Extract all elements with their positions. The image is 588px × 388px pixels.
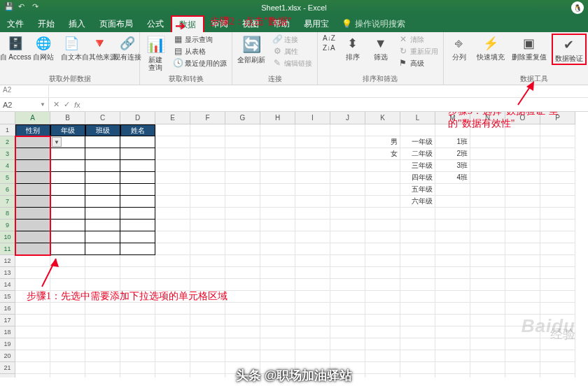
- cell-F12[interactable]: [190, 255, 225, 267]
- cell-E19[interactable]: [155, 338, 190, 350]
- table-cell[interactable]: [120, 220, 155, 231]
- cell-G8[interactable]: [225, 208, 260, 220]
- col-header-G[interactable]: G: [225, 112, 260, 124]
- cell-L5[interactable]: 四年级: [400, 172, 435, 184]
- cell-I6[interactable]: [295, 184, 330, 196]
- cell-F19[interactable]: [190, 338, 225, 350]
- cell-L7[interactable]: 六年级: [400, 196, 435, 208]
- cell-M15[interactable]: [435, 291, 470, 303]
- cell-C17[interactable]: [85, 315, 120, 326]
- cell-P12[interactable]: [540, 255, 575, 267]
- cell-L19[interactable]: [400, 338, 435, 350]
- cell-O2[interactable]: [505, 136, 540, 148]
- row-header-5[interactable]: 5: [0, 172, 15, 184]
- cell-M9[interactable]: [435, 220, 470, 231]
- table-cell[interactable]: [15, 160, 50, 172]
- row-header-10[interactable]: 10: [0, 231, 15, 243]
- cell-J17[interactable]: [330, 315, 365, 326]
- secondary-name-box[interactable]: A2: [0, 85, 49, 97]
- cell-K14[interactable]: [365, 279, 400, 291]
- cell-G2[interactable]: [225, 136, 260, 148]
- table-cell[interactable]: [85, 196, 120, 208]
- cell-P14[interactable]: [540, 279, 575, 291]
- tell-me-search[interactable]: 💡 操作说明搜索: [336, 15, 411, 32]
- cell-N2[interactable]: [470, 136, 505, 148]
- cell-L10[interactable]: [400, 231, 435, 243]
- cell-H7[interactable]: [260, 196, 295, 208]
- cell-G15[interactable]: [225, 291, 260, 303]
- cell-M16[interactable]: [435, 303, 470, 315]
- cell-B16[interactable]: [50, 303, 85, 315]
- cell-N20[interactable]: [470, 350, 505, 362]
- col-header-N[interactable]: N: [470, 112, 505, 124]
- cell-H10[interactable]: [260, 231, 295, 243]
- cell-K19[interactable]: [365, 338, 400, 350]
- cell-F3[interactable]: [190, 148, 225, 160]
- col-header-M[interactable]: M: [435, 112, 470, 124]
- cell-E16[interactable]: [155, 303, 190, 315]
- cell-M13[interactable]: [435, 267, 470, 279]
- cell-E20[interactable]: [155, 350, 190, 362]
- cell-N13[interactable]: [470, 267, 505, 279]
- cell-J15[interactable]: [330, 291, 365, 303]
- row-header-19[interactable]: 19: [0, 338, 15, 350]
- user-avatar[interactable]: 🐧: [571, 1, 584, 14]
- cell-I14[interactable]: [295, 279, 330, 291]
- table-cell[interactable]: [85, 243, 120, 255]
- cell-M12[interactable]: [435, 255, 470, 267]
- cell-O14[interactable]: [505, 279, 540, 291]
- cell-P13[interactable]: [540, 267, 575, 279]
- cell-P8[interactable]: [540, 208, 575, 220]
- cell-H1[interactable]: [260, 124, 295, 136]
- col-header-O[interactable]: O: [505, 112, 540, 124]
- col-header-J[interactable]: J: [330, 112, 365, 124]
- cell-O1[interactable]: [505, 124, 540, 136]
- cell-M11[interactable]: [435, 243, 470, 255]
- btn-sort[interactable]: ⬍排序: [340, 34, 365, 62]
- tab-insert[interactable]: 插入: [62, 15, 92, 32]
- cell-H9[interactable]: [260, 220, 295, 231]
- cell-H18[interactable]: [260, 326, 295, 338]
- undo-icon[interactable]: ↶: [18, 2, 28, 12]
- cell-I4[interactable]: [295, 160, 330, 172]
- cell-O5[interactable]: [505, 172, 540, 184]
- cell-P11[interactable]: [540, 243, 575, 255]
- cell-K9[interactable]: [365, 220, 400, 231]
- cell-P7[interactable]: [540, 196, 575, 208]
- cell-I18[interactable]: [295, 326, 330, 338]
- cell-N14[interactable]: [470, 279, 505, 291]
- cell-F6[interactable]: [190, 184, 225, 196]
- cell-A17[interactable]: [15, 315, 50, 326]
- cell-G20[interactable]: [225, 350, 260, 362]
- cell-H4[interactable]: [260, 160, 295, 172]
- col-header-I[interactable]: I: [295, 112, 330, 124]
- cell-N10[interactable]: [470, 231, 505, 243]
- cell-J9[interactable]: [330, 220, 365, 231]
- btn-connections[interactable]: 🔗连接: [270, 34, 314, 45]
- cell-F14[interactable]: [190, 279, 225, 291]
- cell-H2[interactable]: [260, 136, 295, 148]
- cell-K7[interactable]: [365, 196, 400, 208]
- dropdown-arrow[interactable]: ▼: [52, 137, 62, 147]
- cell-N11[interactable]: [470, 243, 505, 255]
- cell-C12[interactable]: [85, 255, 120, 267]
- cell-K1[interactable]: [365, 124, 400, 136]
- col-header-H[interactable]: H: [260, 112, 295, 124]
- table-cell[interactable]: [85, 160, 120, 172]
- cell-M2[interactable]: 1班: [435, 136, 470, 148]
- cell-M7[interactable]: [435, 196, 470, 208]
- cell-G12[interactable]: [225, 255, 260, 267]
- table-cell[interactable]: [85, 184, 120, 196]
- cell-B17[interactable]: [50, 315, 85, 326]
- cell-E1[interactable]: [155, 124, 190, 136]
- cell-J18[interactable]: [330, 326, 365, 338]
- cell-J13[interactable]: [330, 267, 365, 279]
- cell-L20[interactable]: [400, 350, 435, 362]
- cell-L17[interactable]: [400, 315, 435, 326]
- cell-D18[interactable]: [120, 326, 155, 338]
- cell-I20[interactable]: [295, 350, 330, 362]
- cell-M18[interactable]: [435, 326, 470, 338]
- cell-M17[interactable]: [435, 315, 470, 326]
- table-cell[interactable]: [50, 196, 85, 208]
- btn-from-other[interactable]: 🔻自其他来源: [87, 34, 112, 62]
